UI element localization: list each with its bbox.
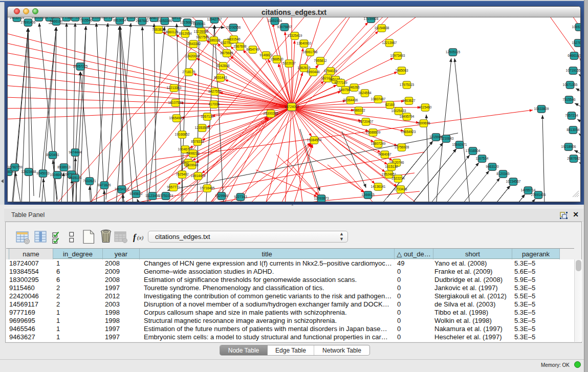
svg-text:417006: 417006	[208, 102, 220, 106]
svg-text:9474444: 9474444	[69, 150, 82, 154]
svg-text:8920451: 8920451	[46, 153, 59, 157]
svg-text:2367608: 2367608	[233, 45, 247, 48]
svg-text:10654112: 10654112	[115, 187, 129, 191]
svg-text:12505115: 12505115	[446, 50, 461, 54]
svg-text:13325419: 13325419	[288, 34, 302, 37]
svg-text:8875685: 8875685	[220, 51, 233, 55]
svg-text:11123456: 11123456	[145, 194, 160, 198]
svg-text:15720407: 15720407	[359, 120, 374, 123]
svg-text:16210643: 16210643	[439, 137, 454, 140]
svg-text:10807487: 10807487	[371, 97, 386, 101]
svg-text:7955812: 7955812	[314, 59, 327, 62]
svg-text:746266: 746266	[349, 85, 360, 89]
svg-text:19218906: 19218906	[561, 145, 576, 148]
svg-text:1362615: 1362615	[297, 66, 311, 70]
svg-text:13226058: 13226058	[194, 30, 209, 33]
svg-text:12213967: 12213967	[382, 41, 397, 45]
svg-text:f: f	[133, 232, 137, 242]
svg-text:2935114: 2935114	[69, 176, 82, 180]
svg-text:6466160: 6466160	[568, 54, 580, 57]
svg-text:16154838: 16154838	[375, 26, 389, 30]
svg-text:9831546: 9831546	[227, 37, 241, 41]
svg-text:8031443: 8031443	[214, 76, 227, 79]
svg-text:8120345: 8120345	[496, 172, 510, 176]
svg-text:9245033: 9245033	[36, 171, 50, 175]
svg-text:8912954: 8912954	[179, 32, 192, 35]
svg-text:9657771: 9657771	[167, 185, 180, 189]
svg-text:7857234: 7857234	[101, 17, 115, 19]
svg-text:11451934: 11451934	[268, 19, 282, 23]
svg-text:10719155: 10719155	[566, 69, 580, 72]
svg-text:14055714: 14055714	[521, 188, 536, 192]
svg-text:8471626: 8471626	[98, 183, 111, 187]
svg-text:8813054: 8813054	[567, 128, 580, 132]
svg-text:25300265: 25300265	[264, 112, 278, 115]
svg-text:9084067: 9084067	[378, 152, 391, 156]
svg-text:9329966: 9329966	[215, 194, 228, 198]
svg-text:12942757: 12942757	[207, 17, 222, 21]
svg-text:1615132: 1615132	[385, 165, 398, 168]
svg-text:16961758: 16961758	[303, 50, 318, 54]
svg-text:9245612: 9245612	[129, 192, 143, 195]
svg-text:7485063: 7485063	[395, 69, 408, 72]
svg-text:7632621: 7632621	[83, 179, 96, 183]
svg-text:9146821: 9146821	[259, 53, 273, 57]
svg-text:9777169: 9777169	[334, 81, 347, 84]
svg-text:13640910: 13640910	[297, 41, 312, 45]
svg-text:2687682: 2687682	[567, 157, 580, 160]
svg-text:12093873: 12093873	[314, 196, 329, 200]
svg-text:19654983: 19654983	[169, 116, 184, 120]
svg-text:22420046: 22420046	[185, 54, 200, 58]
svg-text:12923448: 12923448	[21, 170, 36, 173]
svg-text:14055714: 14055714	[10, 17, 25, 19]
svg-text:10046453: 10046453	[50, 173, 65, 177]
svg-text:17957225: 17957225	[73, 64, 88, 68]
svg-text:16782759: 16782759	[8, 165, 23, 169]
svg-text:1733426: 1733426	[394, 187, 407, 191]
svg-text:8186328: 8186328	[207, 38, 221, 42]
svg-text:16914479: 16914479	[191, 174, 206, 178]
svg-text:1588520: 1588520	[270, 57, 284, 61]
svg-text:3267130: 3267130	[201, 115, 214, 118]
svg-text:6794028: 6794028	[324, 69, 337, 73]
svg-text:17159928: 17159928	[364, 17, 379, 20]
svg-text:18807249: 18807249	[371, 142, 386, 145]
svg-text:(x): (x)	[137, 234, 144, 241]
svg-text:7663822: 7663822	[152, 28, 165, 31]
svg-text:7515546: 7515546	[562, 98, 576, 101]
svg-text:9463120: 9463120	[486, 165, 499, 168]
svg-text:9227343: 9227343	[234, 195, 247, 199]
svg-text:9463627: 9463627	[402, 99, 416, 102]
svg-text:19166852: 19166852	[175, 133, 190, 136]
svg-text:8813054: 8813054	[113, 18, 126, 22]
svg-text:10234567: 10234567	[506, 180, 521, 183]
svg-text:10543382: 10543382	[186, 42, 201, 46]
svg-text:20206556: 20206556	[226, 26, 241, 29]
svg-text:15751074: 15751074	[159, 194, 173, 198]
svg-text:9699695: 9699695	[417, 121, 430, 125]
svg-text:10671355: 10671355	[563, 83, 578, 86]
svg-text:10756928: 10756928	[395, 145, 409, 149]
svg-text:19384554: 19384554	[307, 138, 322, 142]
svg-text:19654923: 19654923	[401, 130, 416, 134]
svg-text:3624554: 3624554	[358, 91, 372, 95]
svg-text:18495794: 18495794	[400, 115, 415, 118]
svg-text:9115460: 9115460	[419, 105, 432, 109]
svg-text:10025433: 10025433	[391, 109, 406, 113]
svg-text:17975115: 17975115	[400, 83, 415, 86]
svg-text:27691406: 27691406	[21, 20, 36, 24]
svg-text:27691406: 27691406	[531, 193, 546, 196]
svg-text:7625402: 7625402	[176, 172, 189, 176]
svg-text:10653267: 10653267	[572, 25, 580, 29]
svg-text:8578334: 8578334	[191, 140, 204, 143]
svg-text:16107553: 16107553	[168, 101, 183, 104]
svg-text:7515546: 7515546	[79, 18, 93, 22]
svg-text:26053346: 26053346	[158, 19, 172, 23]
svg-text:2718176: 2718176	[182, 70, 195, 74]
svg-text:12353594: 12353594	[195, 126, 210, 129]
svg-text:9242848: 9242848	[216, 64, 230, 68]
svg-text:1244415: 1244415	[361, 193, 375, 196]
svg-text:1167534: 1167534	[476, 157, 489, 160]
svg-text:6466160: 6466160	[50, 19, 63, 23]
svg-text:7986322: 7986322	[352, 108, 365, 112]
